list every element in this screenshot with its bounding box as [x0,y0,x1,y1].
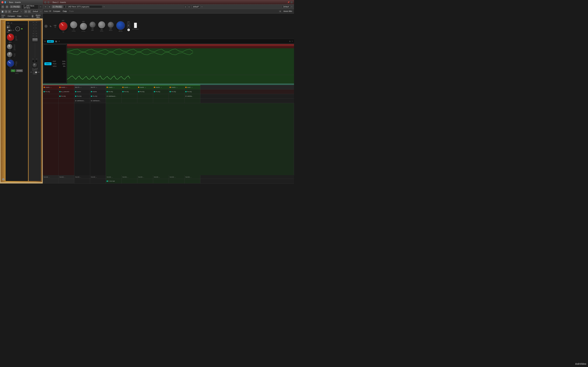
save-icon[interactable]: 💾 [1,10,4,13]
pin-button[interactable] [5,1,6,3]
strip3-add-btn[interactable]: + [80,86,82,88]
nav-prev-icon[interactable]: ◂ [24,10,27,13]
uad-help-icon[interactable]: ? [292,41,293,42]
mic-input-knob[interactable] [7,33,14,41]
p1-s6-power[interactable] [122,91,123,92]
p1-s9-name[interactable]: Pro EQ [171,91,176,92]
neve-freq2-knob[interactable] [80,23,87,30]
p2-s3-name[interactable]: Pro EQ [77,95,81,97]
p1-s3-name[interactable]: Inserts [77,91,81,92]
strip4-add-btn[interactable]: + [96,86,97,88]
bass2-axiom-btn[interactable]: Axiom Mini [283,10,293,12]
strip6-add-btn[interactable]: + [129,86,130,88]
copy-btn[interactable]: Copy [17,15,22,17]
p1-s5-name[interactable]: Pro EQ [108,91,113,92]
strip1-add-btn[interactable]: + [50,86,52,88]
neve-freq3-knob[interactable] [89,22,96,28]
bass2-copy-btn[interactable]: Copy [62,10,67,12]
p2-s4-power[interactable] [91,96,92,97]
strip5-power[interactable] [107,87,108,88]
bass2-min-btn[interactable] [47,1,50,3]
bass2-close-x[interactable] [291,1,293,3]
strip7-power[interactable] [138,87,139,88]
bass2-preset-arrow[interactable]: ▼ [201,6,203,8]
default-preset[interactable]: Default [31,10,39,13]
p2-s2-name[interactable]: Pro EQ [61,95,66,97]
prev-track-btn[interactable]: 1 - Pro EQ [10,5,20,8]
bass2-pin-icon[interactable]: 📌 [287,1,289,3]
p2-s5-power[interactable] [107,96,108,97]
bass-knob-ctrl[interactable]: OFF [7,59,14,68]
hiz-knob-ctrl[interactable]: OFF [7,44,13,51]
neve-power-toggle[interactable] [45,25,47,28]
midfreq-knob[interactable] [7,51,13,58]
lo-hi-switch[interactable] [7,26,10,28]
neve-blue-knob[interactable] [116,21,125,30]
neve-freq2-section[interactable]: OFF 4-3 KHz [80,21,87,32]
bass2-default[interactable]: Default [282,5,290,8]
p3-s3-name[interactable]: UADNeve1... [77,100,85,101]
p1-s8-name[interactable]: Pro EQ [156,91,160,92]
strip9-add-btn[interactable]: + [176,86,178,88]
p2-s2-power[interactable] [59,96,61,97]
strip10-add-btn[interactable]: + [191,86,193,88]
p1-s5-power[interactable] [107,91,108,92]
p1-s8-power[interactable] [154,91,155,92]
bass2-nav-prev[interactable]: ◂ [184,5,187,8]
compare-btn[interactable]: Compare [7,15,15,17]
neve-bass-knob[interactable] [98,21,105,29]
p1-s1-name[interactable]: Pro EQ [45,91,50,92]
p1-s10-power[interactable] [185,91,187,92]
p1-s2-power[interactable] [59,91,61,92]
eql-btn[interactable]: EQL [11,69,15,72]
paste-btn[interactable]: Paste [23,15,29,17]
preset-dropdown-arrow[interactable]: ▼ [21,11,22,12]
strip8-power[interactable] [154,87,155,88]
power-switch[interactable] [33,71,37,73]
bass2-loop-icon[interactable]: ↻ [44,5,47,8]
p1-s1-power[interactable] [43,91,45,92]
p3-s4-name[interactable]: UADNeve1... [93,100,101,101]
neve-bass-section[interactable]: 220 110 Hz [98,21,105,32]
p1-s6-name[interactable]: Pro EQ [124,91,129,92]
neve-input-knob[interactable] [59,22,68,31]
neve-freq1-knob[interactable] [70,21,78,29]
strip9-power[interactable] [170,87,171,88]
eq-off-btn[interactable]: EQ [127,23,130,28]
bass2-default-arrow[interactable]: ▼ [291,6,293,8]
p3-s3-power[interactable] [75,100,76,101]
bass-freq-knob[interactable] [7,59,14,67]
neve-off4-knob[interactable] [108,22,114,28]
p2-s10-power[interactable] [185,96,187,97]
uad-power-circle[interactable]: ⊙ [44,40,46,42]
loop-icon[interactable]: ↻ [1,5,4,8]
phase-circle-btn[interactable]: ⊘ [127,29,130,31]
preset-name-display[interactable]: default* [12,10,20,13]
strip8-add-btn[interactable]: + [160,86,162,88]
p2-s4-name[interactable]: Pro EQ [93,95,97,97]
midfreq-knob-ctrl[interactable]: OFF [7,51,13,59]
close-button[interactable] [1,1,3,3]
p1-s4-name[interactable]: Inserts [93,91,97,92]
p1-s7-power[interactable] [138,91,139,92]
settings-icon[interactable]: ⚙ [32,15,34,18]
hiz-knob[interactable] [7,44,13,50]
strip7-add-btn[interactable]: + [145,86,146,88]
fx5-power[interactable] [107,181,108,182]
p1-s7-name[interactable]: Pro EQ [140,91,144,92]
p2-s10-name[interactable]: UADNe... [187,95,193,97]
strip2-power[interactable] [59,87,61,88]
strip6-power[interactable] [122,87,123,88]
axiom-btn[interactable]: Axiom Mini [35,14,41,18]
compare-icon[interactable]: ⊕ [6,5,9,8]
p2-s5-name[interactable]: UADNeve1... [108,95,117,97]
neve-power-btn[interactable] [45,25,47,28]
neve-freq1-section[interactable]: 7.2 1-6 KHz [70,21,78,32]
bass2-prev-track[interactable]: 1 - Pro EQ [52,5,63,8]
nav-next-icon[interactable]: ▸ [28,10,31,13]
neve-freq3-section[interactable]: 3-6 OFF [89,22,96,31]
bass2-paste-btn[interactable]: Paste [69,10,74,12]
mic-switch[interactable] [8,30,12,31]
p1-s3-power[interactable] [75,91,76,92]
strip5-add-btn[interactable]: + [113,86,115,88]
